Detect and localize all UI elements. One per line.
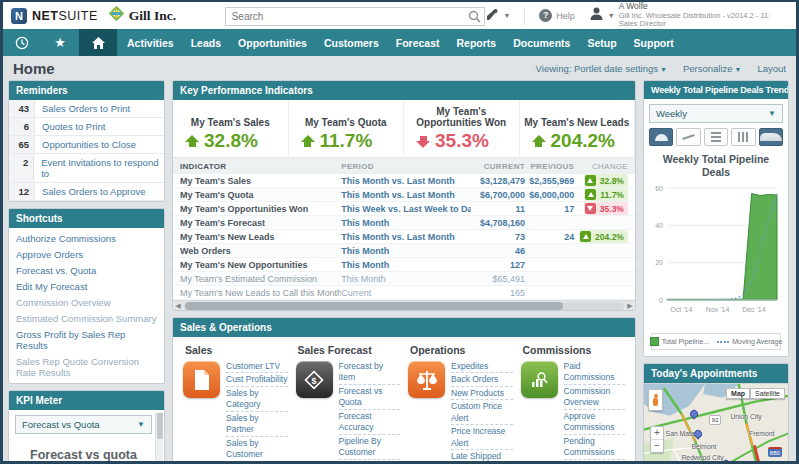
- kpi-summary-cell[interactable]: My Team's Quota 11.7%: [289, 100, 405, 157]
- shortcut-link[interactable]: Sales Rep Quote Conversion Rate Results: [9, 353, 164, 380]
- report-link[interactable]: Sales by Partner: [226, 413, 288, 437]
- chart-type-button[interactable]: [704, 128, 728, 146]
- operations-scales-icon[interactable]: [408, 361, 445, 398]
- kpi-current-value[interactable]: $4,708,160: [471, 218, 525, 228]
- zoom-in-button[interactable]: +: [651, 427, 663, 440]
- pipeline-interval-select[interactable]: Weekly ▼: [649, 104, 783, 123]
- reminder-label[interactable]: Sales Orders to Approve: [35, 183, 146, 200]
- kpi-previous-value[interactable]: $2,355,969: [525, 176, 574, 186]
- scroll-left-icon[interactable]: ◀: [173, 301, 183, 311]
- nav-menu-item[interactable]: Activities: [127, 37, 174, 49]
- kpi-period-link[interactable]: This Month: [341, 274, 471, 284]
- help-menu[interactable]: ? Help: [539, 9, 575, 22]
- kpi-horizontal-scrollbar[interactable]: ◀ ▶: [173, 300, 635, 310]
- scrollbar-thumb[interactable]: [185, 302, 563, 310]
- street-view-pegman-icon[interactable]: [648, 389, 663, 411]
- report-link[interactable]: Forecast by Item: [339, 361, 401, 385]
- forecast-dollar-icon[interactable]: $: [296, 361, 333, 398]
- kpi-current-value[interactable]: 46: [471, 246, 525, 256]
- reminder-item[interactable]: 65 Opportunities to Close: [9, 136, 164, 154]
- map-type-button[interactable]: Map: [726, 388, 750, 399]
- col-previous[interactable]: PREVIOUS: [525, 162, 574, 171]
- kpi-current-value[interactable]: 73: [471, 232, 525, 242]
- report-link[interactable]: New Products: [451, 388, 513, 400]
- nav-menu-item[interactable]: Support: [634, 37, 674, 49]
- report-link[interactable]: Expedites: [451, 361, 513, 373]
- col-indicator[interactable]: INDICATOR: [180, 162, 341, 171]
- chart-type-button[interactable]: [759, 128, 783, 146]
- kpi-period-link[interactable]: This Month vs. Last Month: [341, 176, 471, 186]
- kpi-meter-portlet-header[interactable]: KPI Meter: [9, 391, 164, 410]
- shortcut-link[interactable]: Commission Overview: [9, 294, 164, 310]
- scroll-right-icon[interactable]: ▶: [625, 301, 635, 311]
- kpi-current-value[interactable]: $3,128,479: [471, 176, 525, 186]
- appointments-map[interactable]: Map Satellite + − Union CityFremontSan M…: [644, 383, 788, 464]
- report-link[interactable]: Approve Commissions: [564, 411, 626, 435]
- shortcuts-star-icon[interactable]: ★: [41, 29, 79, 56]
- nav-menu-item[interactable]: Opportunities: [238, 37, 307, 49]
- report-link[interactable]: Forecast vs Quota: [339, 386, 401, 410]
- kpi-current-value[interactable]: 11: [471, 204, 525, 214]
- report-link[interactable]: Late Shipped: [451, 451, 513, 463]
- pipeline-portlet-header[interactable]: Weekly Total Pipeline Deals Trend: [644, 81, 788, 99]
- kpi-summary-cell[interactable]: My Team's New Leads 204.2%: [520, 100, 636, 157]
- kpi-meter-select[interactable]: Forecast vs Quota ▼: [15, 415, 152, 434]
- reminder-label[interactable]: Event Invitations to respond to: [34, 154, 164, 182]
- home-tab-icon[interactable]: [79, 29, 117, 56]
- user-menu[interactable]: ▼ A Wolfe Gill Inc. Wholesale Distributi…: [589, 2, 788, 29]
- report-link[interactable]: Custom Price Alert: [451, 401, 513, 425]
- report-link[interactable]: Pending Commissions: [564, 436, 626, 460]
- nav-menu-item[interactable]: Reports: [457, 37, 497, 49]
- reminder-label[interactable]: Quotes to Print: [35, 118, 105, 135]
- kpi-period-link[interactable]: This Month vs. Last Month: [341, 232, 471, 242]
- sales-document-icon[interactable]: [183, 361, 220, 398]
- nav-menu-item[interactable]: Documents: [513, 37, 570, 49]
- shortcut-link[interactable]: Edit My Forecast: [9, 278, 164, 294]
- search-input[interactable]: [225, 7, 486, 26]
- kpi-period-link[interactable]: This Month vs. Last Month: [341, 190, 471, 200]
- reminder-label[interactable]: Sales Orders to Print: [35, 100, 130, 117]
- report-link[interactable]: Commission Overview: [564, 386, 626, 410]
- report-link[interactable]: Sales by Category: [226, 388, 288, 412]
- reminders-portlet-header[interactable]: Reminders: [9, 81, 164, 100]
- kpi-previous-value[interactable]: 17: [525, 204, 574, 214]
- shortcut-link[interactable]: Forecast vs. Quota: [9, 262, 164, 278]
- pipeline-chart[interactable]: 0204060Oct '14Nov '14Dec '14: [649, 180, 783, 326]
- shortcut-link[interactable]: Authorize Commissions: [9, 230, 164, 246]
- sales-operations-portlet-header[interactable]: Sales & Operations: [173, 318, 635, 337]
- kpi-period-link[interactable]: This Month: [341, 246, 471, 256]
- recent-records-icon[interactable]: [3, 29, 41, 56]
- kpi-period-link[interactable]: This Month: [341, 218, 471, 228]
- kpi-previous-value[interactable]: $6,000,000: [525, 190, 574, 200]
- report-link[interactable]: Pipeline By Customer: [339, 436, 401, 460]
- col-change[interactable]: CHANGE: [574, 162, 628, 171]
- kpi-period-link[interactable]: Current: [341, 288, 471, 298]
- personalize-menu[interactable]: Personalize▼: [683, 63, 742, 74]
- kpi-summary-cell[interactable]: My Team's Sales 32.8%: [173, 100, 289, 157]
- layout-menu[interactable]: Layout: [757, 63, 786, 74]
- kpi-meter-scrollbar[interactable]: [155, 412, 163, 464]
- chart-type-button[interactable]: [731, 128, 755, 146]
- chart-type-button[interactable]: [676, 128, 700, 146]
- report-link[interactable]: Paid Commissions: [564, 361, 626, 385]
- kpi-current-value[interactable]: $65,491: [471, 274, 525, 284]
- col-current[interactable]: CURRENT: [471, 162, 525, 171]
- report-link[interactable]: Cust Profitability: [226, 374, 288, 386]
- kpi-current-value[interactable]: 127: [471, 260, 525, 270]
- legend-item[interactable]: Moving Average: [717, 338, 782, 345]
- report-link[interactable]: Forecast Accuracy: [339, 411, 401, 435]
- shortcut-link[interactable]: Estimated Commission Summary: [9, 310, 164, 326]
- kpi-previous-value[interactable]: 24: [525, 232, 574, 242]
- appointments-portlet-header[interactable]: Today's Appointments: [644, 364, 788, 383]
- reminder-item[interactable]: 6 Quotes to Print: [9, 118, 164, 136]
- kpi-period-link[interactable]: This Week vs. Last Week to Date: [341, 204, 471, 214]
- kpi-period-link[interactable]: This Month: [341, 260, 471, 270]
- map-type-button[interactable]: Satellite: [750, 388, 785, 399]
- shortcuts-portlet-header[interactable]: Shortcuts: [9, 209, 164, 228]
- nav-menu-item[interactable]: Forecast: [396, 37, 440, 49]
- report-link[interactable]: Sales by Customer: [226, 438, 288, 462]
- reminder-item[interactable]: 2 Event Invitations to respond to: [9, 154, 164, 183]
- kpi-portlet-header[interactable]: Key Performance Indicators: [173, 81, 635, 100]
- kpi-current-value[interactable]: $6,700,000: [471, 190, 525, 200]
- nav-menu-item[interactable]: Setup: [587, 37, 616, 49]
